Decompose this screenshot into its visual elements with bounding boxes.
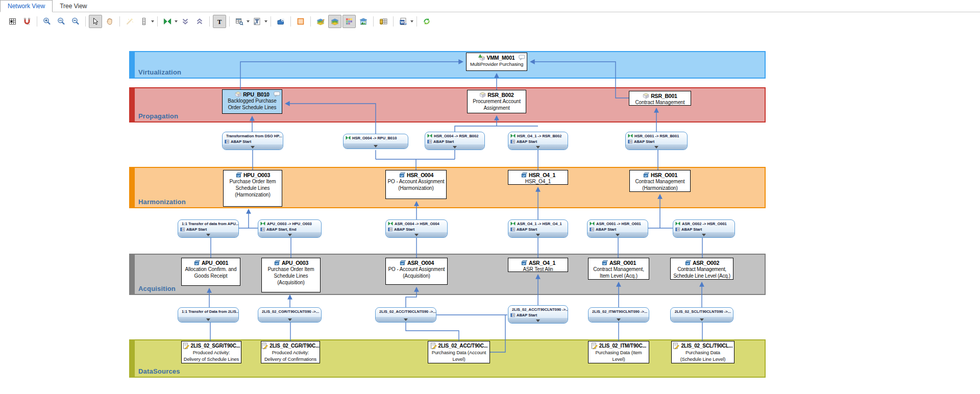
transformation-asr-o004-hsr-o004[interactable]: ASR_O004 -> HSR_O004 ABAP Start	[385, 219, 448, 238]
magnet-icon[interactable]	[20, 15, 34, 28]
frame-color-icon[interactable]	[294, 15, 307, 28]
transformation-2lis-02-scl[interactable]: 2LIS_02_SCL/T90CLNT090 ->...	[670, 307, 733, 323]
node-vmm-m001[interactable]: VMM_M001 MultiProvider Purchasing	[466, 53, 527, 71]
view-tab-bar: Network View Tree View	[0, 0, 980, 12]
filter-icon[interactable]	[251, 15, 264, 28]
transformation-dso-hp[interactable]: Transformation from DSO HP... ABAP Start	[222, 132, 283, 150]
node-rsr-b002[interactable]: RSR_B002 Procurement Account Assignment	[467, 90, 526, 113]
tab-tree-view[interactable]: Tree View	[53, 1, 94, 12]
refresh-icon[interactable]	[420, 15, 433, 28]
dropdown-caret-icon[interactable]	[264, 20, 267, 22]
datastore-icon	[643, 171, 649, 178]
node-asr-o001[interactable]: ASR_O001 Contract Management, Item Level…	[588, 258, 649, 280]
transformation-icon	[673, 309, 673, 314]
note-icon[interactable]	[519, 55, 525, 60]
transformation-expander[interactable]	[589, 317, 649, 322]
transformation-expander[interactable]	[508, 318, 568, 323]
transformation-expander[interactable]	[425, 144, 484, 150]
node-hsr-o4-1[interactable]: HSR_O4_1 HSR_O4_1	[508, 170, 568, 185]
node-rsr-b001[interactable]: RSR_B001 Contract Management	[629, 91, 691, 106]
abap-routine-icon	[225, 139, 229, 144]
network-view-window: Network View Tree View T	[0, 0, 980, 394]
transformation-expander[interactable]	[386, 232, 447, 237]
select-cursor-icon[interactable]	[89, 15, 102, 28]
dropdown-caret-icon[interactable]	[175, 20, 178, 22]
transformation-icon	[590, 221, 595, 226]
pan-hand-icon[interactable]	[103, 15, 116, 28]
dropdown-caret-icon[interactable]	[247, 20, 250, 22]
node-asr-o002[interactable]: ASR_O002 Contract Management, Schedule L…	[670, 258, 733, 280]
node-asr-o004[interactable]: ASR_O004 PO - Account Assignment (Acquis…	[385, 258, 448, 285]
expand-all-icon[interactable]	[193, 15, 206, 28]
transformation-expander[interactable]	[508, 232, 568, 237]
transformation-apu-o003-hpu-o003[interactable]: APU_O003 -> HPU_O003 ABAP Start, End	[258, 219, 322, 238]
node-hsr-o004[interactable]: HSR_O004 PO - Account Assignment (Harmon…	[385, 170, 447, 199]
magic-wand-icon[interactable]	[123, 15, 136, 28]
transformation-hsr-o004-rsr-b002[interactable]: HSR_O004 -> RSR_B002 ABAP Start	[425, 132, 485, 150]
band-edge	[130, 52, 135, 78]
layers-edit-icon[interactable]	[314, 15, 327, 28]
color-palette-icon[interactable]	[342, 15, 356, 28]
transformation-expander[interactable]	[344, 143, 408, 149]
transformation-expander[interactable]	[671, 317, 733, 322]
transformation-hsr-o001-rsr-b001[interactable]: HSR_O001 -> RSR_B001 ABAP Start	[625, 132, 688, 150]
transformation-asr-o4-1-hsr-o4-1[interactable]: ASR_O4_1 -> HSR_O4_1 ABAP Start	[508, 219, 568, 238]
node-ds-2lis-02-acc[interactable]: 2LIS_02_ACC/T90C... Purchasing Data (Acc…	[428, 341, 490, 363]
transformation-asr-o001-hsr-o001[interactable]: ASR_O001 -> HSR_O001 ABAP Start	[587, 219, 648, 238]
node-hsr-o001[interactable]: HSR_O001 Contract Management (Harmonizat…	[629, 170, 691, 192]
transformation-apu-transfer[interactable]: 1:1 Transfer of data from APU... ABAP St…	[178, 219, 239, 238]
data-table-icon[interactable]	[377, 15, 390, 28]
note-icon[interactable]	[274, 91, 280, 97]
transformation-title: ASR_O004 -> HSR_O004	[395, 221, 439, 226]
transformation-2lis-02-cgr[interactable]: 2LIS_02_CGR/T90CLNT090 ->...	[258, 307, 322, 323]
transformation-menu-icon[interactable]	[161, 15, 174, 28]
transformation-hsr-o4-1-rsr-b002[interactable]: HSR_O4_1 -> RSR_B002 ABAP Start	[508, 132, 568, 150]
node-hpu-o003[interactable]: HPU_O003 Purchase Order Item Schedule Li…	[223, 170, 282, 207]
transformation-2lis-transfer[interactable]: 1:1 Transfer of Data from 2LIS...	[178, 307, 239, 323]
transformation-expander[interactable]	[258, 317, 321, 322]
zoom-out-icon[interactable]	[69, 15, 82, 28]
transformation-2lis-02-acc-2[interactable]: 2LIS_02_ACC/T90CLNT090 ->... ABAP Start	[508, 305, 568, 324]
tab-network-view[interactable]: Network View	[0, 0, 53, 12]
export-package-icon[interactable]	[274, 15, 287, 28]
layers-image-icon[interactable]	[357, 15, 370, 28]
transformation-expander[interactable]	[376, 317, 436, 322]
transformation-2lis-02-itm[interactable]: 2LIS_02_ITM/T90CLNT090 ->...	[588, 307, 649, 323]
text-tool-icon[interactable]: T	[213, 15, 226, 28]
node-apu-o001[interactable]: APU_O001 Allocation Confirm. and Goods R…	[181, 258, 240, 286]
diagram-toolbar: T W	[6, 14, 433, 29]
datasource-icon	[591, 342, 598, 349]
word-export-icon[interactable]: W	[397, 15, 410, 28]
zoom-in-icon[interactable]	[40, 15, 54, 28]
layout-columns-icon[interactable]	[137, 15, 151, 28]
node-ds-2lis-02-itm[interactable]: 2LIS_02_ITM/T90C... Purchasing Data (Ite…	[588, 341, 649, 363]
transformation-icon	[628, 133, 633, 138]
node-asr-o4-1[interactable]: ASR_O4_1 ASR Test Alin	[508, 258, 568, 272]
zoom-fit-icon[interactable]	[55, 15, 68, 28]
transformation-expander[interactable]	[223, 144, 283, 150]
dropdown-caret-icon[interactable]	[410, 20, 413, 22]
transformation-expander[interactable]	[626, 144, 687, 150]
dropdown-caret-icon[interactable]	[151, 20, 154, 22]
transformation-2lis-02-acc-1[interactable]: 2LIS_02_ACC/T90CLNT090 ->...	[375, 307, 436, 323]
node-apu-o003[interactable]: APU_O003 Purchase Order Item Schedule Li…	[261, 258, 321, 292]
transformation-expander[interactable]	[178, 317, 238, 322]
collapse-all-icon[interactable]	[179, 15, 192, 28]
transformation-expander[interactable]	[258, 232, 321, 237]
word-export-dropdown-group: W	[397, 15, 413, 28]
grid-icon[interactable]	[6, 15, 19, 28]
node-title: ASR_O002	[693, 260, 719, 266]
transformation-expander[interactable]	[673, 232, 734, 237]
transformation-asr-o002-hsr-o001[interactable]: ASR_O002 -> HSR_O001 ABAP Start	[673, 219, 735, 238]
transformation-expander[interactable]	[508, 144, 568, 150]
transformation-hsr-o004-rpu-b010[interactable]: HSR_O004 -> RPU_B010	[343, 134, 408, 149]
node-ds-2lis-02-sgr[interactable]: 2LIS_02_SGR/T90C... Produced Activity: D…	[181, 341, 241, 363]
transformation-expander[interactable]	[587, 232, 648, 237]
node-rpu-b010[interactable]: RPU_B010 Backlogged Purchase Order Sched…	[222, 89, 282, 114]
node-ds-2lis-02-cgr[interactable]: 2LIS_02_CGR/T90C... Produced Activity: D…	[261, 341, 320, 363]
node-ds-2lis-02-scl[interactable]: 2LIS_02_SCL/T90CL... Purchasing Data (Sc…	[671, 341, 734, 363]
layers-icon[interactable]	[328, 15, 341, 28]
transformation-expander[interactable]	[178, 232, 238, 237]
transformation-subtitle: ABAP Start	[394, 227, 414, 232]
table-search-icon[interactable]	[233, 15, 246, 28]
